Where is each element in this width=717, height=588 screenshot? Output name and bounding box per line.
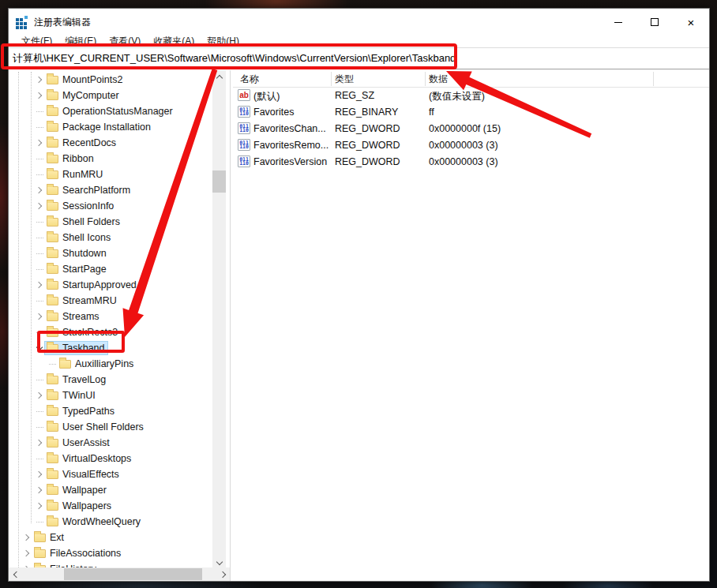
tree-item-twinui[interactable]: TWinUI	[34, 388, 230, 403]
chevron-right-icon[interactable]	[34, 204, 45, 208]
tree-item-runmru[interactable]: RunMRU	[34, 167, 230, 182]
tree-item-streams[interactable]: Streams	[34, 309, 230, 324]
tree-item-package-installation[interactable]: Package Installation	[34, 119, 230, 135]
tree-node-body[interactable]: StartPage	[45, 263, 109, 275]
close-button[interactable]: ×	[673, 9, 709, 36]
tree-item-shell-icons[interactable]: Shell Icons	[34, 230, 230, 245]
column-header-type[interactable]: 类型	[335, 73, 354, 86]
value-row-favoriteschan[interactable]: 011110FavoritesChan...REG_DWORD0x0000000…	[233, 121, 709, 137]
tree-item-shutdown[interactable]: Shutdown	[34, 245, 230, 261]
chevron-right-icon[interactable]	[21, 551, 32, 556]
address-bar[interactable]: 计算机\HKEY_CURRENT_USER\Software\Microsoft…	[9, 47, 709, 69]
menu-item-h[interactable]: 帮助(H)	[201, 35, 246, 48]
tree-node-body[interactable]: Shutdown	[45, 247, 109, 260]
tree-item-streammru[interactable]: StreamMRU	[34, 293, 230, 309]
tree-node-body[interactable]: RunMRU	[45, 168, 105, 181]
tree-node-body[interactable]: MountPoints2	[45, 73, 125, 86]
selected-tree-node[interactable]: Taskband	[45, 342, 107, 354]
tree-node-body[interactable]: SessionInfo	[45, 200, 116, 212]
tree-item-filehistory[interactable]: FileHistory	[21, 561, 230, 567]
value-row-favoritesremo[interactable]: 011110FavoritesRemo...REG_DWORD0x0000000…	[233, 137, 709, 154]
tree-item-recentdocs[interactable]: RecentDocs	[34, 135, 230, 151]
column-header-data[interactable]: 数据	[429, 73, 448, 86]
tree-item-wordwheelquery[interactable]: WordWheelQuery	[34, 514, 230, 530]
chevron-right-icon[interactable]	[34, 504, 45, 508]
tree-node-body[interactable]: StuckRects3	[45, 326, 120, 339]
tree-node-body[interactable]: WordWheelQuery	[45, 515, 143, 528]
chevron-right-icon[interactable]	[34, 472, 45, 477]
tree-node-body[interactable]: Shell Folders	[45, 215, 122, 228]
scroll-right-icon[interactable]	[217, 567, 231, 581]
tree-node-body[interactable]: FileAssociations	[32, 547, 123, 560]
tree-item-typedpaths[interactable]: TypedPaths	[34, 403, 230, 419]
tree-item-userassist[interactable]: UserAssist	[34, 435, 230, 451]
tree-horizontal-scrollbar[interactable]	[9, 567, 231, 581]
maximize-button[interactable]	[636, 9, 673, 36]
menu-item-v[interactable]: 查看(V)	[103, 35, 147, 48]
scroll-left-icon[interactable]	[9, 567, 22, 581]
tree-item-sessioninfo[interactable]: SessionInfo	[34, 198, 230, 214]
tree-node-body[interactable]: TravelLog	[45, 373, 108, 386]
tree-node-body[interactable]: Shell Icons	[45, 231, 113, 244]
tree-item-operationstatusmanager[interactable]: OperationStatusManager	[34, 103, 230, 119]
tree-item-taskband[interactable]: Taskband	[34, 340, 230, 356]
tree-item-wallpaper[interactable]: Wallpaper	[34, 482, 230, 498]
horizontal-scroll-thumb[interactable]	[64, 568, 202, 580]
tree-node-body[interactable]: TWinUI	[45, 389, 98, 402]
tree-item-searchplatform[interactable]: SearchPlatform	[34, 182, 230, 198]
tree-node-body[interactable]: SearchPlatform	[45, 184, 133, 197]
chevron-right-icon[interactable]	[34, 283, 45, 287]
tree-node-body[interactable]: AuxilliaryPins	[58, 358, 136, 370]
tree-item-visualeffects[interactable]: VisualEffects	[34, 466, 230, 482]
chevron-down-icon[interactable]	[34, 346, 45, 350]
chevron-right-icon[interactable]	[21, 535, 32, 540]
tree-node-body[interactable]: Ext	[32, 531, 66, 544]
value-row-favorites[interactable]: 011110FavoritesREG_BINARYff	[233, 104, 709, 121]
minimize-button[interactable]	[600, 9, 636, 36]
vertical-scroll-thumb[interactable]	[212, 170, 226, 193]
tree-node-body[interactable]: User Shell Folders	[45, 421, 146, 433]
tree-item-fileassociations[interactable]: FileAssociations	[21, 545, 230, 561]
chevron-right-icon[interactable]	[34, 488, 45, 492]
tree-node-body[interactable]: Wallpapers	[45, 500, 114, 512]
tree-node-body[interactable]: StartupApproved	[45, 279, 139, 291]
tree-item-ribbon[interactable]: Ribbon	[34, 151, 230, 167]
column-header-name[interactable]: 名称	[240, 73, 259, 86]
chevron-right-icon[interactable]	[34, 93, 45, 98]
tree-item-startpage[interactable]: StartPage	[34, 261, 230, 277]
menu-item-a[interactable]: 收藏夹(A)	[147, 35, 201, 48]
tree-item-user-shell-folders[interactable]: User Shell Folders	[34, 419, 230, 435]
tree-node-body[interactable]: UserAssist	[45, 436, 112, 449]
chevron-right-icon[interactable]	[34, 140, 45, 145]
chevron-right-icon[interactable]	[34, 314, 45, 319]
tree-item-auxilliarypins[interactable]: AuxilliaryPins	[47, 356, 230, 372]
tree-node-body[interactable]: Streams	[45, 310, 102, 323]
tree-item-shell-folders[interactable]: Shell Folders	[34, 214, 230, 230]
tree-item-mountpoints2[interactable]: MountPoints2	[34, 72, 230, 88]
tree-item-mycomputer[interactable]: MyComputer	[34, 88, 230, 103]
tree-item-ext[interactable]: Ext	[21, 530, 230, 545]
tree-node-body[interactable]: StreamMRU	[45, 294, 119, 307]
chevron-right-icon[interactable]	[34, 393, 45, 398]
value-row-[interactable]: ab(默认)REG_SZ(数值未设置)	[233, 88, 709, 104]
menu-item-f[interactable]: 文件(F)	[15, 35, 58, 48]
tree-node-body[interactable]: OperationStatusManager	[45, 105, 175, 118]
tree-vertical-scrollbar[interactable]	[212, 70, 226, 570]
tree-node-body[interactable]: RecentDocs	[45, 137, 118, 149]
menu-item-e[interactable]: 编辑(E)	[58, 35, 103, 48]
tree-item-travellog[interactable]: TravelLog	[34, 372, 230, 388]
chevron-right-icon[interactable]	[34, 440, 45, 445]
tree-node-body[interactable]: Package Installation	[45, 121, 153, 133]
chevron-right-icon[interactable]	[34, 77, 45, 82]
tree-node-body[interactable]: VirtualDesktops	[45, 452, 133, 465]
tree-item-startupapproved[interactable]: StartupApproved	[34, 277, 230, 293]
value-row-favoritesversion[interactable]: 011110FavoritesVersionREG_DWORD0x0000000…	[233, 154, 709, 170]
tree-node-body[interactable]: TypedPaths	[45, 405, 117, 418]
tree-node-body[interactable]: Ribbon	[45, 152, 96, 165]
tree-item-stuckrects3[interactable]: StuckRects3	[34, 324, 230, 340]
tree-item-virtualdesktops[interactable]: VirtualDesktops	[34, 451, 230, 466]
tree-item-wallpapers[interactable]: Wallpapers	[34, 498, 230, 514]
tree-node-body[interactable]: VisualEffects	[45, 468, 122, 481]
chevron-right-icon[interactable]	[34, 188, 45, 193]
tree-node-body[interactable]: Wallpaper	[45, 484, 109, 496]
